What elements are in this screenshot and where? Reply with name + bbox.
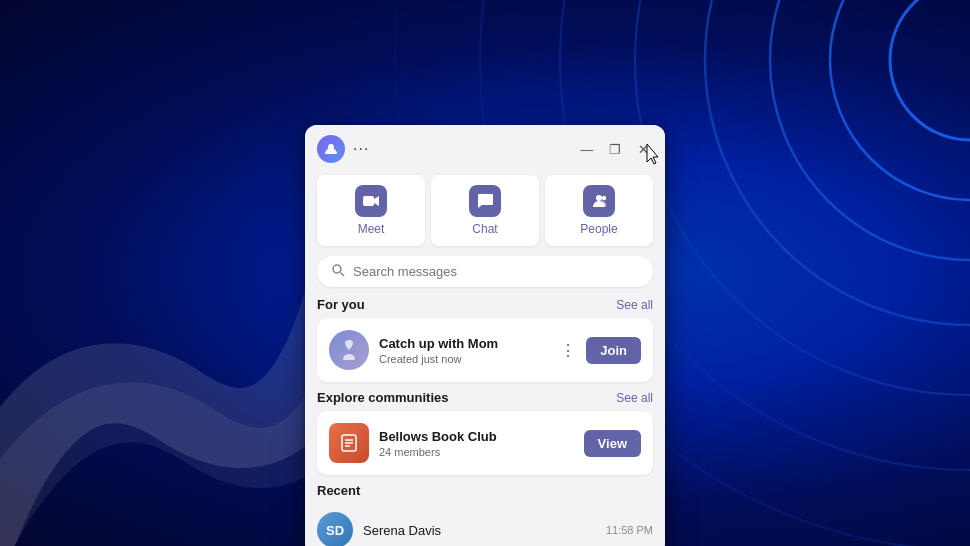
meet-card-title: Catch up with Mom (379, 336, 546, 351)
nav-meet-button[interactable]: Meet (317, 175, 425, 246)
people-icon (583, 185, 615, 217)
window-controls: — ❐ ✕ (577, 139, 653, 159)
for-you-section: For you See all Catch up with Mom Create… (305, 297, 665, 390)
svg-point-4 (635, 0, 970, 395)
meet-more-button[interactable]: ⋮ (556, 339, 580, 362)
meet-card-avatar (329, 330, 369, 370)
chat-icon (469, 185, 501, 217)
recent-section: Recent SD Serena Davis 11:58 PM (305, 483, 665, 546)
svg-point-12 (602, 196, 606, 200)
nav-chat-button[interactable]: Chat (431, 175, 539, 246)
svg-rect-9 (363, 196, 374, 206)
community-card-actions: View (584, 430, 641, 457)
close-button[interactable]: ✕ (633, 139, 653, 159)
communities-section: Explore communities See all Bellows Book… (305, 390, 665, 483)
for-you-see-all[interactable]: See all (616, 298, 653, 312)
for-you-title: For you (317, 297, 365, 312)
community-card-title: Bellows Book Club (379, 429, 574, 444)
recent-header: Recent (317, 483, 653, 498)
recent-name: Serena Davis (363, 523, 596, 538)
minimize-button[interactable]: — (577, 139, 597, 159)
community-card: Bellows Book Club 24 members View (317, 411, 653, 475)
communities-header: Explore communities See all (317, 390, 653, 405)
view-button[interactable]: View (584, 430, 641, 457)
avatar (317, 135, 345, 163)
community-card-info: Bellows Book Club 24 members (379, 429, 574, 458)
meet-label: Meet (358, 222, 385, 236)
search-bar (317, 256, 653, 287)
svg-point-0 (890, 0, 970, 140)
communities-title: Explore communities (317, 390, 448, 405)
svg-line-14 (341, 273, 345, 277)
meet-card-info: Catch up with Mom Created just now (379, 336, 546, 365)
search-icon (331, 263, 345, 280)
maximize-button[interactable]: ❐ (605, 139, 625, 159)
teams-window: ··· — ❐ ✕ Meet Chat People (305, 125, 665, 546)
svg-point-11 (596, 195, 602, 201)
people-label: People (580, 222, 617, 236)
more-options-button[interactable]: ··· (353, 140, 369, 158)
svg-point-13 (333, 265, 341, 273)
svg-marker-10 (374, 196, 379, 206)
book-club-avatar (329, 423, 369, 463)
community-card-subtitle: 24 members (379, 446, 574, 458)
nav-row: Meet Chat People (305, 171, 665, 256)
svg-point-2 (770, 0, 970, 260)
meet-card-subtitle: Created just now (379, 353, 546, 365)
svg-point-3 (705, 0, 970, 325)
join-button[interactable]: Join (586, 337, 641, 364)
for-you-card: Catch up with Mom Created just now ⋮ Joi… (317, 318, 653, 382)
communities-see-all[interactable]: See all (616, 391, 653, 405)
recent-title: Recent (317, 483, 360, 498)
recent-time: 11:58 PM (606, 524, 653, 536)
title-bar-left: ··· (317, 135, 369, 163)
for-you-header: For you See all (317, 297, 653, 312)
title-bar: ··· — ❐ ✕ (305, 125, 665, 171)
search-input[interactable] (353, 264, 639, 279)
meet-icon (355, 185, 387, 217)
recent-item: SD Serena Davis 11:58 PM (317, 504, 653, 546)
nav-people-button[interactable]: People (545, 175, 653, 246)
meet-card-actions: ⋮ Join (556, 337, 641, 364)
chat-label: Chat (472, 222, 497, 236)
recent-avatar: SD (317, 512, 353, 546)
